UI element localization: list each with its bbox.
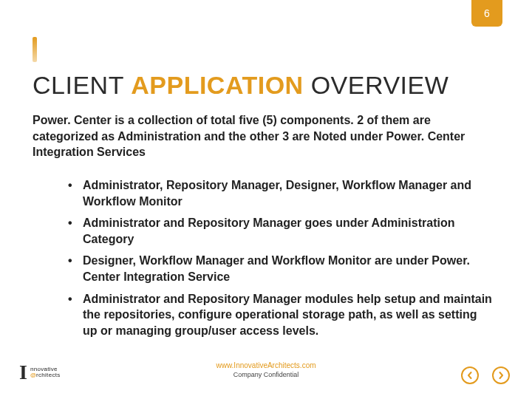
list-item-text: Designer, Workflow Manager and Workflow … — [83, 254, 470, 283]
list-item-text: Administrator and Repository Manager goe… — [83, 216, 454, 245]
bullet-list: Administrator, Repository Manager, Desig… — [64, 177, 492, 344]
title-part3: OVERVIEW — [304, 71, 449, 99]
intro-paragraph: Power. Center is a collection of total f… — [33, 112, 491, 160]
next-button[interactable] — [492, 366, 510, 384]
list-item: Administrator and Repository Manager goe… — [64, 215, 492, 247]
logo-at: @ — [30, 372, 36, 378]
page-number: 6 — [484, 7, 490, 19]
footer-link: www.InnovativeArchitects.com — [0, 361, 532, 369]
list-item-text: Administrator, Repository Manager, Desig… — [83, 179, 471, 208]
prev-button[interactable] — [461, 366, 479, 384]
list-item: Administrator and Repository Manager mod… — [64, 291, 492, 339]
nav-controls — [461, 366, 510, 384]
logo-text: nnovative @rchitects — [30, 366, 61, 379]
accent-bar — [33, 37, 37, 62]
title-accent: APPLICATION — [131, 71, 303, 99]
chevron-right-icon — [497, 372, 505, 379]
logo: I nnovative @rchitects — [19, 362, 61, 383]
logo-line2: @rchitects — [30, 372, 61, 378]
page-title: CLIENT APPLICATION OVERVIEW — [33, 71, 449, 100]
footer-confidential: Company Confidential — [0, 371, 532, 378]
slide: 6 CLIENT APPLICATION OVERVIEW Power. Cen… — [0, 0, 532, 399]
logo-line2b: rchitects — [36, 372, 61, 378]
chevron-left-icon — [466, 372, 474, 379]
title-part1: CLIENT — [33, 71, 131, 99]
list-item: Designer, Workflow Manager and Workflow … — [64, 253, 492, 284]
list-item: Administrator, Repository Manager, Desig… — [64, 177, 492, 209]
page-number-badge: 6 — [471, 0, 502, 27]
list-item-text: Administrator and Repository Manager mod… — [83, 293, 492, 337]
logo-mark: I — [19, 362, 27, 383]
